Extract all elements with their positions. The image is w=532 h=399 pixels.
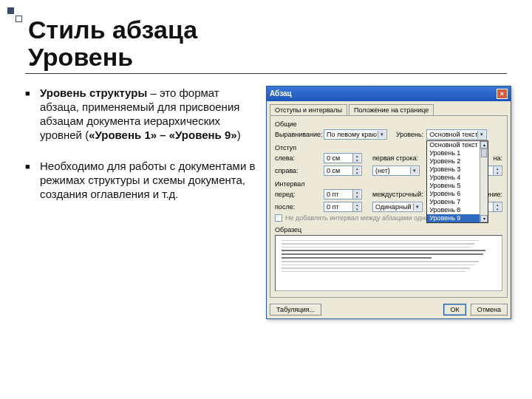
listbox-scrollbar[interactable]: ▴ ▾ [480, 141, 488, 222]
bullet-strong: Уровень структуры [40, 86, 147, 99]
left-spinner[interactable]: 0 см▴▾ [324, 153, 362, 163]
dialog-button-row: Табуляция... ОК Отмена [267, 301, 511, 318]
level-value: Основной текст [429, 131, 477, 138]
after-value: 0 пт [327, 203, 339, 211]
first-dropdown[interactable]: (нет)▾ [372, 166, 420, 176]
tabs-button[interactable]: Табуляция... [270, 304, 321, 316]
level-option[interactable]: Уровень 8 [427, 206, 488, 214]
level-option[interactable]: Уровень 5 [427, 182, 488, 190]
spinner-buttons[interactable]: ▴▾ [352, 190, 361, 199]
level-option[interactable]: Уровень 7 [427, 198, 488, 206]
dialog-titlebar[interactable]: Абзац × [267, 86, 511, 101]
level-label: Уровень: [396, 131, 423, 138]
align-value: По левому краю [327, 131, 377, 138]
level-option[interactable]: Уровень 2 [427, 157, 488, 166]
ok-button[interactable]: ОК [443, 304, 466, 316]
level-option[interactable]: Уровень 9 [427, 214, 488, 222]
spinner-buttons[interactable]: ▴▾ [352, 166, 361, 175]
scroll-thumb[interactable] [481, 149, 487, 157]
right-value: 0 см [327, 167, 340, 174]
scroll-down-icon[interactable]: ▾ [480, 215, 488, 222]
spinner-buttons[interactable]: ▴▾ [352, 202, 361, 211]
scroll-up-icon[interactable]: ▴ [480, 141, 488, 149]
tab-indents[interactable]: Отступы и интервалы [270, 104, 347, 115]
nospace-checkbox[interactable] [275, 214, 282, 222]
spinner-buttons[interactable]: ▴▾ [493, 166, 501, 175]
slide-title: Стиль абзаца Уровень [28, 16, 507, 72]
section-general: Общие [275, 120, 502, 128]
after-label: после: [275, 203, 321, 211]
align-label: Выравнивание: [275, 131, 321, 138]
chevron-down-icon: ▾ [477, 131, 485, 138]
level-option[interactable]: Уровень 3 [427, 166, 488, 174]
align-dropdown[interactable]: По левому краю▾ [324, 129, 387, 140]
slide: Стиль абзаца Уровень ■ Уровень структуры… [0, 0, 532, 399]
bullet-marker-icon: ■ [25, 86, 40, 143]
bullet-marker-icon: ■ [25, 159, 40, 202]
level-option[interactable]: Уровень 6 [427, 190, 488, 198]
before-value: 0 пт [327, 191, 339, 198]
bullet-tail: ) [237, 129, 241, 141]
first-label: первая строка: [372, 154, 420, 162]
section-sample: Образец [275, 226, 502, 233]
bullet-strong-2: «Уровень 1» – «Уровень 9» [89, 129, 237, 141]
line-value: Одинарный [375, 203, 412, 211]
tab-page-position[interactable]: Положение на странице [349, 104, 434, 115]
chevron-down-icon: ▾ [413, 203, 421, 211]
right-label: справа: [275, 167, 321, 174]
before-spinner[interactable]: 0 пт▴▾ [324, 189, 362, 200]
left-value: 0 см [327, 154, 340, 162]
level-option[interactable]: Уровень 4 [427, 174, 488, 182]
close-icon[interactable]: × [497, 89, 508, 99]
on-label: на: [494, 154, 502, 162]
bullet-item: ■ Уровень структуры – это формат абзаца,… [25, 86, 256, 143]
spinner-buttons[interactable]: ▴▾ [493, 202, 501, 211]
dialog-tabs: Отступы и интервалы Положение на страниц… [267, 101, 511, 115]
cancel-button[interactable]: Отмена [471, 304, 508, 316]
dialog-column: Абзац × Отступы и интервалы Положение на… [266, 86, 511, 319]
bullet-body: Необходимо для работы с документами в ре… [40, 159, 256, 202]
text-column: ■ Уровень структуры – это формат абзаца,… [25, 86, 256, 319]
chevron-down-icon: ▾ [378, 131, 386, 138]
content-row: ■ Уровень структуры – это формат абзаца,… [25, 86, 507, 319]
level-dropdown[interactable]: Основной текст▾ Основной текст Уровень 1… [426, 129, 487, 140]
right-spinner[interactable]: 0 см▴▾ [324, 166, 362, 176]
chevron-down-icon: ▾ [410, 167, 418, 174]
title-line-2: Уровень [28, 43, 133, 71]
spinner-buttons[interactable]: ▴▾ [352, 154, 361, 163]
paragraph-dialog: Абзац × Отступы и интервалы Положение на… [266, 86, 511, 319]
corner-decoration [7, 7, 24, 24]
line-dropdown[interactable]: Одинарный▾ [372, 202, 423, 212]
title-line-1: Стиль абзаца [28, 16, 197, 44]
left-label: слева: [275, 154, 321, 162]
before-label: перед: [275, 191, 321, 198]
level-option[interactable]: Основной текст [427, 141, 488, 149]
title-underline [25, 73, 507, 74]
after-spinner[interactable]: 0 пт▴▾ [324, 202, 362, 212]
bullet-body: Уровень структуры – это формат абзаца, п… [40, 86, 256, 143]
line-label: междустрочный: [372, 191, 423, 198]
level-option[interactable]: Уровень 1 [427, 149, 488, 157]
preview-box [275, 235, 502, 291]
level-listbox[interactable]: Основной текст Уровень 1 Уровень 2 Урове… [426, 140, 488, 223]
bullet-item: ■ Необходимо для работы с документами в … [25, 159, 256, 202]
dialog-panel: Общие Выравнивание: По левому краю▾ Уров… [270, 115, 508, 298]
first-value: (нет) [375, 167, 390, 174]
dialog-title: Абзац [270, 89, 292, 98]
